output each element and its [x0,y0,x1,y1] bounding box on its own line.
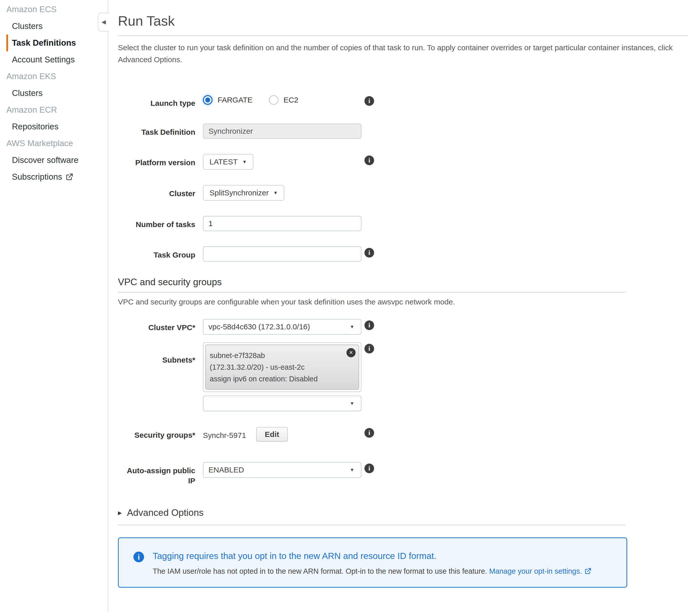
subnet-chip-line1: subnet-e7f328ab [210,350,341,361]
security-groups-label: Security groups* [118,427,195,440]
launch-type-options: FARGATE EC2 [203,95,298,105]
sidebar-header-aws-marketplace: AWS Marketplace [0,135,108,152]
auto-assign-ip-label: Auto-assign public IP [118,462,195,486]
cluster-value: SplitSynchronizer [210,189,269,197]
auto-assign-ip-row: Auto-assign public IP ENABLED ▼ i [118,462,626,486]
caret-down-icon: ▼ [273,190,278,196]
subnets-info-icon[interactable]: i [365,344,374,353]
sidebar-item-repositories[interactable]: Repositories [0,118,108,135]
vpc-section-heading: VPC and security groups [118,277,688,288]
sidebar-item-account-settings[interactable]: Account Settings [0,51,108,68]
auto-assign-ip-info-icon[interactable]: i [365,463,374,473]
number-of-tasks-row: Number of tasks [118,216,626,231]
vpc-section-divider [118,292,626,293]
subnets-label: Subnets* [118,342,195,365]
sidebar-item-label: Subscriptions [12,172,62,182]
chevron-right-icon: ▶ [118,510,122,516]
alert-info-icon: i [133,552,144,562]
subnet-chip: subnet-e7f328ab (172.31.32.0/20) - us-ea… [205,345,359,390]
cluster-vpc-value: vpc-58d4c630 (172.31.0.0/16) [209,322,310,331]
platform-version-label: Platform version [118,154,195,168]
sidebar-item-clusters-ecs[interactable]: Clusters [0,18,108,34]
alert-body: The IAM user/role has not opted in to th… [153,566,591,576]
fargate-radio-label: FARGATE [218,96,253,104]
sidebar-header-label: Amazon ECS [6,4,57,14]
external-link-icon [585,568,591,574]
vpc-form: Cluster VPC* vpc-58d4c630 (172.31.0.0/16… [118,319,626,486]
sidebar-item-discover-software[interactable]: Discover software [0,152,108,168]
manage-optin-link-label: Manage your opt-in settings. [489,567,582,575]
caret-down-icon: ▼ [350,324,354,330]
arn-optin-alert: i Tagging requires that you opt in to th… [118,538,627,588]
vpc-section-description: VPC and security groups are configurable… [118,297,688,306]
number-of-tasks-label: Number of tasks [118,216,195,230]
platform-version-row: Platform version LATEST ▼ i [118,154,626,170]
advanced-options-divider [118,525,626,525]
ec2-radio-label: EC2 [284,96,298,104]
subnets-row: Subnets* subnet-e7f328ab (172.31.32.0/20… [118,342,626,411]
platform-version-info-icon[interactable]: i [365,155,374,165]
sidebar-item-label: Task Definitions [12,38,76,48]
external-link-icon [66,173,73,181]
launch-type-info-icon[interactable]: i [365,96,374,106]
cluster-label: Cluster [118,185,195,199]
auto-assign-ip-select[interactable]: ENABLED ▼ [203,462,361,478]
cluster-vpc-label: Cluster VPC* [118,319,195,333]
task-group-row: Task Group i [118,246,626,262]
ec2-radio[interactable] [269,95,278,105]
manage-optin-link[interactable]: Manage your opt-in settings. [489,567,591,575]
sidebar-header-label: Amazon EKS [6,72,56,81]
advanced-options-label: Advanced Options [127,507,203,518]
sidebar-header-amazon-ecr: Amazon ECR [0,101,108,118]
page-title: Run Task [118,14,688,28]
caret-down-icon: ▼ [350,468,354,473]
sidebar-header-amazon-eks: Amazon EKS [0,68,108,85]
subnet-chip-line2: (172.31.32.0/20) - us-east-2c [210,361,341,373]
cluster-vpc-row: Cluster VPC* vpc-58d4c630 (172.31.0.0/16… [118,319,626,335]
task-group-input[interactable] [203,246,361,262]
number-of-tasks-input[interactable] [203,216,361,231]
subnet-chip-line3: assign ipv6 on creation: Disabled [210,373,341,385]
alert-title: Tagging requires that you opt in to the … [153,550,591,561]
page-description: Select the cluster to run your task defi… [118,42,688,66]
caret-down-icon: ▼ [350,401,354,406]
sidebar-header-amazon-ecs: Amazon ECS [0,1,108,18]
alert-body-text: The IAM user/role has not opted in to th… [153,567,487,575]
collapse-arrow-icon: ◀ [102,19,106,25]
platform-version-dropdown[interactable]: LATEST ▼ [203,154,253,170]
title-divider [118,36,688,36]
advanced-options-toggle[interactable]: ▶ Advanced Options [118,507,688,518]
sidebar-item-subscriptions[interactable]: Subscriptions [0,168,108,185]
sidebar: Amazon ECS Clusters Task Definitions Acc… [0,0,108,612]
launch-type-row: Launch type FARGATE EC2 i [118,95,626,108]
task-definition-label: Task Definition [118,124,195,137]
cluster-vpc-select[interactable]: vpc-58d4c630 (172.31.0.0/16) ▼ [203,319,361,335]
launch-type-label: Launch type [118,95,195,108]
cluster-vpc-info-icon[interactable]: i [365,320,374,330]
task-definition-input [203,124,361,139]
security-groups-row: Security groups* Synchr-5971 Edit i [118,427,626,442]
task-group-info-icon[interactable]: i [365,248,374,258]
sidebar-header-label: Amazon ECR [6,105,57,115]
cluster-dropdown[interactable]: SplitSynchronizer ▼ [203,185,284,201]
sidebar-item-task-definitions[interactable]: Task Definitions [6,34,108,51]
task-definition-row: Task Definition [118,124,626,139]
caret-down-icon: ▼ [242,159,247,165]
security-groups-info-icon[interactable]: i [365,428,374,438]
subnets-field: subnet-e7f328ab (172.31.32.0/20) - us-ea… [203,342,361,392]
sidebar-item-label: Clusters [12,21,43,31]
sidebar-header-label: AWS Marketplace [6,139,73,148]
sidebar-item-label: Account Settings [12,55,75,65]
main-content: Run Task Select the cluster to run your … [109,0,700,612]
remove-subnet-button[interactable]: ✕ [346,348,356,357]
fargate-radio[interactable] [203,95,213,105]
sidebar-collapse-button[interactable]: ◀ [98,13,109,31]
edit-security-groups-button[interactable]: Edit [256,427,288,442]
platform-version-value: LATEST [210,157,238,166]
task-group-label: Task Group [118,246,195,260]
sidebar-item-label: Discover software [12,155,78,165]
security-groups-value: Synchr-5971 [203,427,246,442]
sidebar-item-clusters-eks[interactable]: Clusters [0,85,108,101]
auto-assign-ip-value: ENABLED [209,465,244,474]
add-subnet-select[interactable]: ▼ [203,395,361,411]
